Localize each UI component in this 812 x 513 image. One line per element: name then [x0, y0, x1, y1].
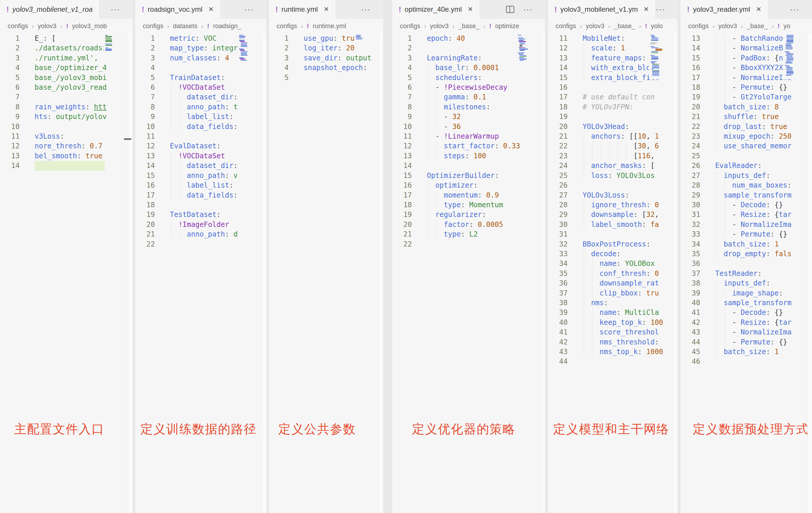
line-number[interactable]: 18	[135, 200, 155, 210]
tab-yolov3_mobilenet_v1.yml[interactable]: !yolov3_mobilenet_v1.yml✕	[548, 0, 656, 19]
tab-runtime.yml[interactable]: !runtime.yml✕	[269, 0, 336, 19]
line-number[interactable]: 36	[548, 278, 568, 288]
code-line[interactable]: 25	[680, 151, 812, 161]
line-number[interactable]: 33	[548, 249, 568, 259]
line-number[interactable]: 1	[269, 34, 289, 43]
code-line[interactable]: 17# use default con	[548, 92, 678, 102]
line-number[interactable]: 15	[135, 171, 155, 181]
line-number[interactable]: 43	[680, 327, 700, 337]
line-number[interactable]: 13	[392, 151, 412, 161]
line-number[interactable]: 24	[680, 141, 700, 151]
code-line[interactable]: 8rain_weights: htt	[0, 102, 133, 112]
line-number[interactable]: 19	[680, 92, 700, 102]
line-number[interactable]: 8	[0, 102, 20, 112]
code-line[interactable]: 21 anchors: [[10, 1	[548, 132, 678, 141]
line-number[interactable]: 28	[680, 181, 700, 190]
line-number[interactable]: 6	[392, 83, 412, 92]
code-line[interactable]: 41 - Decode: {}	[680, 308, 812, 318]
tab-roadsign_voc.yml[interactable]: !roadsign_voc.yml✕	[135, 0, 221, 19]
code-line[interactable]: 22 [30, 6	[548, 141, 678, 151]
line-number[interactable]: 2	[135, 43, 155, 53]
code-line[interactable]: 41 score_threshol	[548, 327, 678, 337]
code-area[interactable]: 11MobileNet:12 scale: 113 feature_maps: …	[548, 33, 678, 513]
code-line[interactable]: 5base_/yolov3_mobi	[0, 73, 133, 83]
close-icon[interactable]: ✕	[324, 6, 329, 13]
code-line[interactable]: 9 label_list:	[135, 112, 266, 122]
code-line[interactable]: 15 anno_path: v	[135, 171, 266, 181]
code-line[interactable]: 7 gamma: 0.1	[392, 92, 545, 102]
code-line[interactable]: 10	[0, 122, 133, 132]
code-area[interactable]: 1E_: [2./datasets/roadsi3./runtime.yml',…	[0, 33, 133, 513]
breadcrumb-item[interactable]: configs	[688, 22, 709, 30]
code-line[interactable]: 36 downsample_rat	[548, 278, 678, 288]
code-line[interactable]: 29 sample_transform	[680, 190, 812, 200]
code-line[interactable]: 17 momentum: 0.9	[392, 190, 545, 200]
line-number[interactable]: 2	[269, 43, 289, 53]
line-number[interactable]: 22	[135, 240, 155, 249]
close-icon[interactable]: ✕	[644, 6, 649, 13]
code-line[interactable]: 20 batch_size: 8	[680, 102, 812, 112]
code-line[interactable]: 26	[548, 181, 678, 190]
code-line[interactable]: 9 - 32	[392, 112, 545, 122]
code-line[interactable]: 4 base_lr: 0.0001	[392, 63, 545, 73]
line-number[interactable]: 41	[680, 308, 700, 318]
line-number[interactable]: 15	[392, 171, 412, 181]
line-number[interactable]: 24	[548, 161, 568, 171]
code-line[interactable]: 8 milestones:	[392, 102, 545, 112]
line-number[interactable]: 28	[548, 200, 568, 210]
code-line[interactable]: 12EvalDataset:	[135, 141, 266, 151]
code-line[interactable]: 19	[548, 112, 678, 122]
code-line[interactable]: 9hts: output/yolov	[0, 112, 133, 122]
code-line[interactable]: 7 dataset_dir:	[135, 92, 266, 102]
breadcrumb-file[interactable]: runtime.yml	[313, 22, 346, 30]
breadcrumb-file[interactable]: yolov3_mob	[72, 22, 107, 30]
breadcrumb-item[interactable]: yolov3	[430, 22, 449, 30]
code-line[interactable]: 27 inputs_def:	[680, 171, 812, 181]
line-number[interactable]: 11	[392, 132, 412, 141]
scrollbar[interactable]	[673, 33, 678, 513]
minimap[interactable]	[649, 34, 673, 80]
line-number[interactable]: 9	[135, 112, 155, 122]
line-number[interactable]: 16	[548, 83, 568, 92]
line-number[interactable]: 9	[392, 112, 412, 122]
breadcrumb-item[interactable]: configs	[8, 22, 28, 30]
line-number[interactable]: 37	[548, 289, 568, 298]
code-line[interactable]: 19 regularizer:	[392, 210, 545, 219]
line-number[interactable]: 13	[0, 151, 20, 161]
code-line[interactable]: 21 type: L2	[392, 230, 545, 239]
line-number[interactable]: 38	[680, 278, 700, 288]
minimap[interactable]	[354, 34, 379, 43]
minimap[interactable]	[783, 34, 808, 80]
line-number[interactable]: 13	[680, 34, 700, 43]
code-line[interactable]: 31	[548, 230, 678, 239]
line-number[interactable]: 19	[135, 210, 155, 219]
line-number[interactable]: 25	[680, 151, 700, 161]
breadcrumb-item[interactable]: yolov3	[586, 22, 605, 30]
code-line[interactable]: 6 !VOCDataSet	[135, 83, 266, 92]
line-number[interactable]: 7	[0, 92, 20, 102]
breadcrumb-item[interactable]: yolov3	[718, 22, 737, 30]
line-number[interactable]: 38	[548, 298, 568, 308]
code-line[interactable]: 2log_iter: 20	[269, 43, 383, 53]
code-line[interactable]: 32 - NormalizeIma	[680, 220, 812, 230]
code-line[interactable]: 4	[135, 63, 266, 73]
scrollbar[interactable]	[540, 33, 545, 513]
code-line[interactable]: 18# YOLOv3FPN:	[548, 102, 678, 112]
code-line[interactable]: 43 nms_top_k: 1000	[548, 347, 678, 357]
line-number[interactable]: 3	[269, 53, 289, 63]
line-number[interactable]: 42	[680, 318, 700, 327]
breadcrumb-item[interactable]: _base_	[614, 22, 635, 30]
minimap[interactable]	[238, 34, 262, 64]
line-number[interactable]: 30	[680, 200, 700, 210]
code-line[interactable]: 23 [116,	[548, 151, 678, 161]
code-line[interactable]: 29 downsample: [32,	[548, 210, 678, 219]
breadcrumb-item[interactable]: configs	[400, 22, 420, 30]
breadcrumb-file[interactable]: roadsign_	[213, 22, 241, 30]
minimap[interactable]	[516, 34, 541, 64]
code-line[interactable]: 14 dataset_dir:	[135, 161, 266, 171]
line-number[interactable]: 16	[680, 63, 700, 73]
more-actions-icon[interactable]: ···	[244, 5, 254, 14]
code-line[interactable]: 22	[135, 240, 266, 249]
code-line[interactable]: 42 nms_threshold:	[548, 337, 678, 347]
line-number[interactable]: 43	[548, 347, 568, 357]
